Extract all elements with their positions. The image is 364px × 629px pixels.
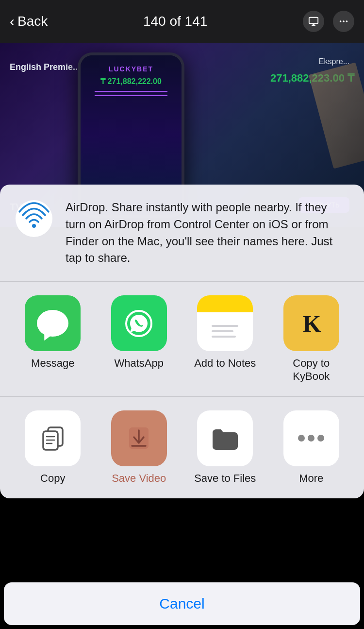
more-options-icon[interactable] — [333, 11, 354, 32]
svg-point-4 — [346, 20, 348, 22]
app-icon-message — [25, 295, 81, 351]
action-icon-copy — [25, 410, 81, 466]
airdrop-icon — [15, 199, 53, 238]
action-label-copy: Copy — [40, 472, 65, 485]
cancel-label: Cancel — [159, 595, 204, 612]
svg-point-5 — [16, 200, 52, 237]
app-label-message: Message — [31, 357, 74, 370]
app-item-message[interactable]: Message — [19, 295, 87, 370]
action-item-copy[interactable]: Copy — [19, 410, 87, 485]
action-icon-save-video — [111, 410, 167, 466]
bg-phone-bar — [95, 91, 167, 92]
app-label-whatsapp: WhatsApp — [115, 357, 164, 370]
app-icon-whatsapp — [111, 295, 167, 351]
app-item-kybook[interactable]: K Copy to KyBook — [277, 295, 345, 383]
actions-section: Copy Save Video — [0, 397, 364, 498]
message-bubble-icon — [37, 310, 68, 337]
airdrop-description: AirDrop. Share instantly with people nea… — [66, 199, 349, 267]
apps-section: Message WhatsApp — [0, 282, 364, 397]
bg-dollar-bills — [309, 62, 364, 169]
app-label-notes: Add to Notes — [194, 357, 256, 370]
bg-phone-logo: LUCKYBET — [109, 65, 153, 73]
svg-point-17 — [298, 435, 305, 442]
svg-rect-0 — [309, 17, 318, 24]
notes-line-1 — [212, 325, 238, 327]
airplay-icon[interactable] — [303, 11, 324, 32]
svg-point-3 — [343, 20, 345, 22]
app-icon-kybook: K — [283, 295, 339, 351]
notes-lines-icon — [212, 325, 238, 338]
back-label: Back — [17, 14, 48, 29]
svg-point-18 — [308, 435, 314, 442]
airdrop-section: AirDrop. Share instantly with people nea… — [0, 185, 364, 282]
svg-point-19 — [317, 435, 324, 442]
action-label-save-to-files: Save to Files — [194, 472, 256, 485]
top-icons — [303, 11, 354, 32]
app-icon-notes — [197, 295, 253, 351]
chevron-left-icon: ‹ — [10, 14, 15, 29]
top-bar: ‹ Back 140 of 141 — [0, 0, 364, 43]
action-icon-more — [283, 410, 339, 466]
share-sheet: AirDrop. Share instantly with people nea… — [0, 185, 364, 629]
action-icon-save-to-files — [197, 410, 253, 466]
apps-row: Message WhatsApp — [10, 295, 354, 383]
bg-text-english: English Premie... — [10, 62, 80, 72]
bg-phone-amount: ₸ 271,882,222.00 — [100, 77, 162, 86]
app-item-notes[interactable]: Add to Notes — [191, 295, 259, 370]
bg-phone-bar-2 — [95, 95, 167, 96]
app-item-whatsapp[interactable]: WhatsApp — [105, 295, 173, 370]
svg-point-2 — [340, 20, 342, 22]
svg-text:K: K — [303, 311, 321, 337]
app-label-kybook: Copy to KyBook — [280, 357, 343, 383]
action-item-save-video[interactable]: Save Video — [105, 410, 173, 485]
back-button[interactable]: ‹ Back — [10, 14, 48, 29]
notes-line-2 — [212, 330, 233, 332]
actions-row: Copy Save Video — [10, 410, 354, 485]
notes-line-3 — [212, 336, 236, 338]
action-label-more: More — [299, 472, 323, 485]
svg-point-6 — [32, 224, 36, 228]
cancel-button[interactable]: Cancel — [4, 582, 360, 625]
action-label-save-video: Save Video — [112, 472, 166, 485]
action-item-save-to-files[interactable]: Save to Files — [191, 410, 259, 485]
action-item-more[interactable]: More — [277, 410, 345, 485]
page-counter: 140 of 141 — [143, 14, 207, 29]
